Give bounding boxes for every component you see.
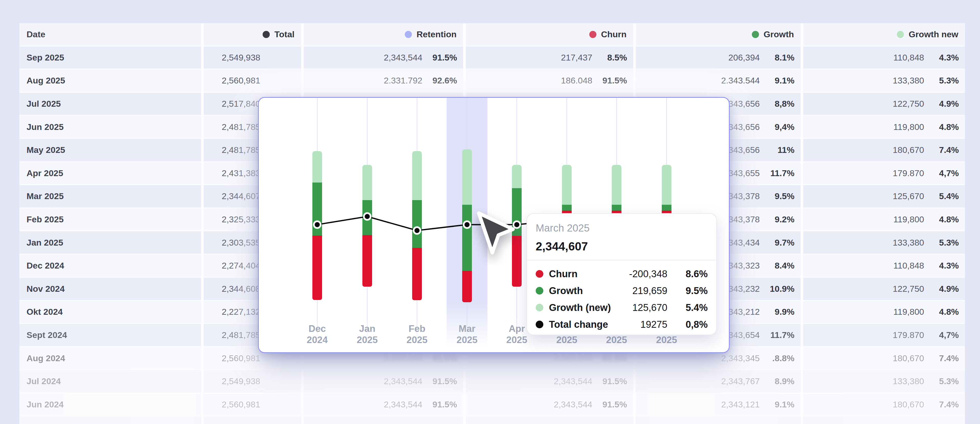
waterfall-bar-jan-2025[interactable] bbox=[363, 165, 372, 287]
x-axis-month: Mar bbox=[458, 324, 476, 334]
churn-percent: 91.5% bbox=[592, 76, 627, 86]
date-label: May 2024 bbox=[27, 422, 65, 424]
column-header-date-label: Date bbox=[27, 29, 45, 39]
cell-growth-new: 133,3805.3% bbox=[803, 231, 965, 254]
growth-percent: 9,4% bbox=[760, 122, 794, 132]
x-axis-label: Jan2025 bbox=[342, 323, 393, 346]
tooltip-row: Growth (new)125,6705.4% bbox=[536, 299, 708, 316]
growth-segment bbox=[412, 200, 422, 248]
growth-segment bbox=[312, 183, 322, 236]
growth-percent: 9.1% bbox=[760, 400, 794, 410]
column-header-date[interactable]: Date bbox=[19, 23, 201, 46]
cell-date: Dec 2024 bbox=[19, 255, 201, 277]
column-header-growth[interactable]: Growth bbox=[636, 23, 800, 46]
table-row[interactable]: Jun 20242,560,9812,343,54491.5%2,343,544… bbox=[19, 394, 965, 416]
cell-date: Apr 2025 bbox=[19, 162, 201, 185]
cell-date: Jun 2024 bbox=[19, 394, 201, 416]
cell-growth: 2.343.5449.1% bbox=[636, 69, 800, 92]
cell-date: Jan 2025 bbox=[19, 231, 201, 254]
waterfall-chart-card: Dec2024Jan2025Feb2025Mar2025Apr2025May20… bbox=[258, 97, 730, 353]
tooltip-row: Growth219,6599.5% bbox=[536, 282, 708, 299]
cell-retention: 2,343,54491.5% bbox=[304, 416, 463, 424]
tooltip-row-label: Total change bbox=[549, 319, 640, 330]
retention-value: 2,343,544 bbox=[304, 53, 422, 62]
column-header-total[interactable]: Total bbox=[204, 23, 301, 46]
growth-new-segment bbox=[562, 165, 572, 205]
growth-new-segment bbox=[612, 165, 621, 205]
growth-new-value: 119,800 bbox=[803, 307, 924, 317]
column-header-growth-new[interactable]: Growth new bbox=[803, 23, 965, 46]
table-row[interactable]: Aug 20252,560,9812.331.79292.6%186.04891… bbox=[19, 69, 965, 92]
growth-new-value: 180,670 bbox=[803, 145, 924, 155]
growth-new-value: 110,848 bbox=[803, 261, 924, 271]
retention-legend-dot-icon bbox=[405, 31, 412, 38]
total-change-line bbox=[317, 217, 527, 231]
retention-value: 2,343,544 bbox=[304, 422, 422, 424]
date-label: Mar 2025 bbox=[27, 191, 64, 201]
cell-total: 2,481,785 bbox=[204, 416, 301, 424]
table-row[interactable]: May 20242,481,7852,343,54491.5%2,343,544… bbox=[19, 416, 965, 424]
churn-legend-dot-icon bbox=[589, 31, 597, 38]
table-row[interactable]: Sep 20252,549,9382,343,54491.5%217,4378.… bbox=[19, 46, 965, 69]
cell-date: Nov 2024 bbox=[19, 278, 201, 300]
growth-new-segment bbox=[462, 149, 472, 205]
cell-growth-new: 119,8004.8% bbox=[803, 301, 965, 323]
x-axis-label: Mar2025 bbox=[442, 323, 493, 346]
cell-total: 2,549,938 bbox=[204, 46, 301, 69]
total-value: 2,274,404 bbox=[204, 261, 260, 271]
x-axis-month: Dec bbox=[309, 324, 326, 334]
growth-new-value: 110,848 bbox=[803, 53, 924, 62]
tooltip-row: Total change192750,8% bbox=[536, 316, 708, 333]
cell-retention: 2.331.79292.6% bbox=[304, 69, 463, 92]
x-axis-label: Dec2024 bbox=[292, 323, 343, 346]
churn-value: 2,343,544 bbox=[466, 376, 592, 386]
churn-segment bbox=[512, 236, 522, 287]
churn-segment bbox=[462, 271, 472, 302]
growth-new-value: 119,800 bbox=[803, 214, 924, 225]
waterfall-bar-feb-2025[interactable] bbox=[412, 151, 422, 300]
total-legend-dot-icon bbox=[262, 31, 270, 38]
growth-new-segment bbox=[512, 165, 522, 188]
growth-new-value: 125,670 bbox=[803, 191, 924, 201]
cell-growth-new bbox=[803, 416, 965, 424]
table-row[interactable]: Jul 20242,549,9382,343,54491.5%2,343,544… bbox=[19, 370, 965, 393]
cell-date: May 2025 bbox=[19, 139, 201, 161]
total-value: 2,227,132 bbox=[204, 307, 260, 317]
x-axis-label: Feb2025 bbox=[391, 323, 442, 346]
column-header-retention[interactable]: Retention bbox=[304, 23, 463, 46]
column-header-churn[interactable]: Churn bbox=[466, 23, 633, 46]
x-axis-year: 2025 bbox=[556, 335, 577, 345]
date-label: Jul 2025 bbox=[27, 99, 61, 109]
growth-percent: 9.7% bbox=[760, 238, 794, 248]
cell-churn: 2,343,54491.5% bbox=[466, 394, 633, 416]
total-change-dot-icon bbox=[536, 320, 543, 328]
cell-date: Mar 2025 bbox=[19, 185, 201, 207]
growth-new-percent: 5.3% bbox=[924, 376, 959, 386]
total-value: 2,560,981 bbox=[204, 400, 260, 410]
total-value: 2,481,785 bbox=[204, 145, 260, 155]
total-value: 2,560,981 bbox=[204, 353, 260, 363]
growth-percent: .8.8% bbox=[760, 353, 794, 363]
total-value: 2,481,785 bbox=[204, 330, 260, 340]
x-axis-year: 2025 bbox=[606, 335, 627, 345]
waterfall-bar-dec-2024[interactable] bbox=[312, 151, 322, 300]
chart-tooltip: March 2025 2,344,607 Churn-200,3488.6%Gr… bbox=[527, 213, 717, 335]
churn-dot-icon bbox=[536, 270, 543, 278]
growth-dot-icon bbox=[536, 287, 543, 295]
growth-new-percent: 7.4% bbox=[924, 353, 959, 363]
waterfall-bar-apr-2025[interactable] bbox=[512, 165, 522, 287]
cell-date: Jul 2024 bbox=[19, 370, 201, 393]
cell-date: Jun 2025 bbox=[19, 116, 201, 138]
retention-value: 2,343,544 bbox=[304, 353, 422, 363]
growth-percent: 9.1% bbox=[760, 76, 794, 86]
tooltip-row-value: 219,659 bbox=[632, 285, 667, 296]
retention-value: 2,343,544 bbox=[304, 400, 422, 410]
tooltip-rows: Churn-200,3488.6%Growth219,6599.5%Growth… bbox=[536, 266, 708, 333]
growth-new-percent: 4.8% bbox=[924, 122, 959, 132]
cell-growth-new: 122,7504.9% bbox=[803, 92, 965, 115]
growth-percent: 8,8% bbox=[760, 99, 794, 109]
waterfall-bar-mar-2025[interactable] bbox=[462, 149, 472, 302]
retention-percent: 92.6% bbox=[422, 76, 457, 86]
growth-new-percent: 4,7% bbox=[924, 330, 959, 340]
cell-growth-new: 122,7504.9% bbox=[803, 278, 965, 300]
